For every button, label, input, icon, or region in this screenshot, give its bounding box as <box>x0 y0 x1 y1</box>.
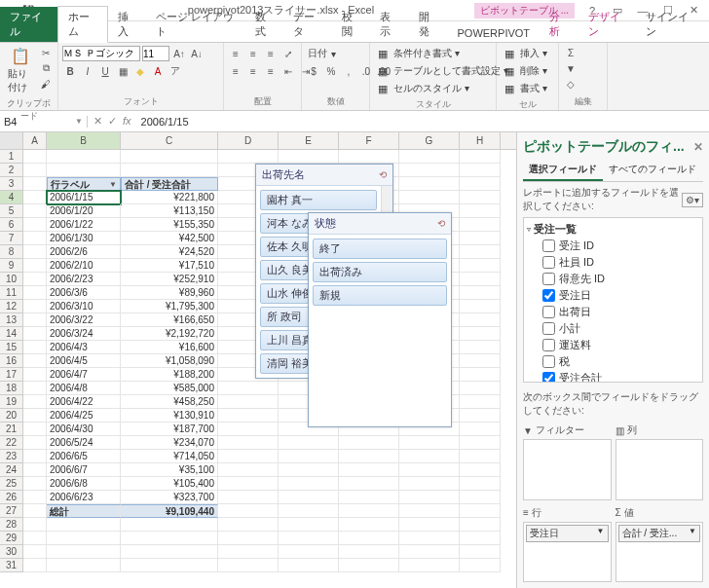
cell[interactable] <box>399 150 460 164</box>
cell[interactable] <box>460 491 501 504</box>
cell[interactable] <box>460 177 501 191</box>
row-header[interactable]: 30 <box>0 545 23 559</box>
panel-settings-icon[interactable]: ⚙▾ <box>682 193 703 207</box>
indent-decrease-icon[interactable]: ⇤ <box>280 63 296 79</box>
cell[interactable] <box>47 518 121 532</box>
cell[interactable]: 2006/3/22 <box>47 313 121 327</box>
autosum-icon[interactable]: Σ <box>563 45 578 60</box>
cell[interactable] <box>23 477 47 491</box>
cell[interactable] <box>279 491 339 504</box>
cancel-formula-icon[interactable]: ✕ <box>93 115 102 128</box>
cell[interactable] <box>460 368 501 382</box>
cell[interactable] <box>121 559 218 572</box>
cell[interactable]: ¥17,510 <box>121 259 218 273</box>
expand-icon[interactable]: ▿ <box>527 225 531 234</box>
align-bottom-icon[interactable]: ≡ <box>263 46 279 61</box>
cell[interactable] <box>121 164 218 177</box>
font-color-icon[interactable]: A <box>150 63 166 79</box>
cell[interactable] <box>218 395 279 409</box>
cell[interactable] <box>399 518 460 532</box>
format-cells-button[interactable]: ▦書式 ▾ <box>501 80 549 97</box>
cell[interactable] <box>23 450 47 463</box>
cell[interactable] <box>399 177 460 191</box>
cell[interactable]: 2006/4/3 <box>47 341 121 354</box>
tab-page-layout[interactable]: ページ レイアウト <box>146 7 244 42</box>
cell[interactable]: ¥2,192,720 <box>121 327 218 341</box>
cell[interactable] <box>460 504 501 518</box>
tab-insert[interactable]: 挿入 <box>108 7 147 42</box>
cell[interactable] <box>460 191 501 204</box>
phonetic-icon[interactable]: ア <box>168 63 183 79</box>
cell[interactable] <box>23 259 47 273</box>
tab-powerpivot[interactable]: POWERPIVOT <box>447 24 540 42</box>
fill-color-icon[interactable]: ◆ <box>132 63 148 79</box>
cell[interactable]: ¥24,520 <box>121 245 218 259</box>
tab-home[interactable]: ホーム <box>57 6 107 43</box>
field-item[interactable]: 社員 ID <box>527 254 699 271</box>
row-header[interactable]: 8 <box>0 245 23 259</box>
orientation-icon[interactable]: ⤢ <box>280 46 296 61</box>
cell[interactable] <box>47 164 121 177</box>
cell[interactable] <box>218 382 279 395</box>
cell[interactable]: ¥234,070 <box>121 436 218 450</box>
cell[interactable] <box>399 164 460 177</box>
field-item[interactable]: 受注日 <box>527 287 699 304</box>
field-item[interactable]: 税 <box>527 353 699 370</box>
cell[interactable] <box>47 150 121 164</box>
conditional-formatting-button[interactable]: ▦条件付き書式 ▾ <box>374 45 462 62</box>
cell[interactable] <box>399 532 460 545</box>
cell[interactable] <box>339 559 399 572</box>
cell[interactable] <box>218 463 279 477</box>
cell[interactable] <box>460 423 501 436</box>
insert-cells-button[interactable]: ▦挿入 ▾ <box>501 45 549 62</box>
cell[interactable] <box>121 532 218 545</box>
col-header-A[interactable]: A <box>23 132 47 149</box>
cell[interactable] <box>460 164 501 177</box>
cell[interactable] <box>460 273 501 286</box>
delete-cells-button[interactable]: ▦削除 ▾ <box>501 62 549 80</box>
cell[interactable] <box>23 204 47 218</box>
cell[interactable] <box>121 518 218 532</box>
cell[interactable] <box>218 518 279 532</box>
cell[interactable] <box>23 191 47 204</box>
cell[interactable] <box>460 259 501 273</box>
panel-close-icon[interactable]: ✕ <box>693 140 703 154</box>
row-header[interactable]: 27 <box>0 504 23 518</box>
row-header[interactable]: 14 <box>0 327 23 341</box>
cell[interactable] <box>218 504 279 518</box>
cell[interactable]: 2006/1/15 <box>47 191 121 204</box>
cell[interactable] <box>279 463 339 477</box>
cell[interactable]: 行ラベル▼ <box>47 177 121 191</box>
font-size-input[interactable] <box>142 46 169 61</box>
cell[interactable] <box>460 518 501 532</box>
row-header[interactable]: 19 <box>0 395 23 409</box>
row-header[interactable]: 22 <box>0 436 23 450</box>
cell[interactable] <box>460 436 501 450</box>
col-header-B[interactable]: B <box>47 132 121 149</box>
row-header[interactable]: 31 <box>0 559 23 572</box>
cell[interactable] <box>23 545 47 559</box>
col-header-F[interactable]: F <box>339 132 399 149</box>
comma-icon[interactable]: , <box>341 63 356 79</box>
cell[interactable] <box>339 150 399 164</box>
cell[interactable]: 総計 <box>47 504 121 518</box>
row-field-chip[interactable]: 受注日▼ <box>526 525 609 542</box>
name-box[interactable]: B4▼ <box>0 116 88 128</box>
cell[interactable] <box>460 559 501 572</box>
tab-design[interactable]: デザイン <box>578 7 636 42</box>
cell[interactable] <box>399 491 460 504</box>
cell[interactable] <box>218 559 279 572</box>
cell[interactable] <box>279 532 339 545</box>
tab-analyze[interactable]: 分析 <box>540 7 578 42</box>
format-as-table-button[interactable]: ▦テーブルとして書式設定 ▾ <box>374 62 510 80</box>
field-checkbox[interactable] <box>542 372 555 383</box>
slicer-item[interactable]: 園村 真一 <box>260 190 377 210</box>
cell[interactable]: ¥252,910 <box>121 273 218 286</box>
underline-icon[interactable]: U <box>97 63 113 79</box>
cell[interactable] <box>339 436 399 450</box>
cell[interactable] <box>279 545 339 559</box>
cell[interactable]: ¥221,800 <box>121 191 218 204</box>
cell[interactable] <box>23 518 47 532</box>
cell[interactable] <box>23 354 47 368</box>
row-header[interactable]: 11 <box>0 286 23 300</box>
